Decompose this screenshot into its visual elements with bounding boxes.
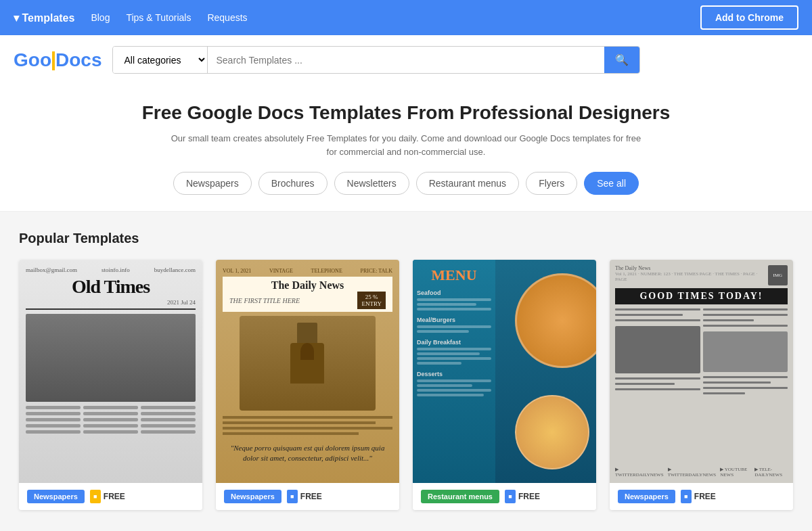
card2-newspaper-title: The Daily News <box>229 279 386 292</box>
template-thumb-2: VOL 1, 2021 VINTAGE TELEPHONE PRICE: TAL… <box>216 260 399 483</box>
template-thumb-3: MENU Seafood Meal/Burgers Daily Breakfas… <box>413 260 596 483</box>
template-card-1[interactable]: mailbox@gmail.com stoinfo.info buydellan… <box>19 260 202 510</box>
template-thumb-1: mailbox@gmail.com stoinfo.info buydellan… <box>19 260 202 483</box>
navbar: ▾ Templates Blog Tips & Tutorials Reques… <box>0 0 812 35</box>
site-header: GooDocs All categories 🔍 <box>0 35 812 80</box>
logo-cursor-icon <box>52 51 55 70</box>
card1-newspaper-title: Old Times <box>26 276 196 298</box>
logo[interactable]: GooDocs <box>14 49 102 71</box>
free-badge-4: ■ FREE <box>681 490 716 503</box>
search-input[interactable] <box>208 47 604 73</box>
add-to-chrome-button[interactable]: Add to Chrome <box>700 5 798 30</box>
category-pills: Newspapers Brochures Newsletters Restaur… <box>14 172 798 195</box>
pill-newspapers[interactable]: Newspapers <box>173 172 252 195</box>
pill-restaurant-menus[interactable]: Restaurant menus <box>416 172 519 195</box>
hero-subtitle: Our small team creates absolutely Free T… <box>169 132 643 158</box>
main-section: Popular Templates mailbox@gmail.com stoi… <box>0 212 812 529</box>
category-badge-2[interactable]: Newspapers <box>224 490 281 503</box>
card3-preview: MENU Seafood Meal/Burgers Daily Breakfas… <box>413 260 596 483</box>
free-badge-1: ■ FREE <box>90 490 125 503</box>
category-badge-1[interactable]: Newspapers <box>27 490 85 503</box>
card4-header: The Daily News Vol 1, 2021 · NUMBER: 123… <box>615 265 788 285</box>
section-title: Popular Templates <box>19 231 793 246</box>
nav-link-requests[interactable]: Requests <box>207 12 247 23</box>
hero-section: Free Google Docs Templates From Professi… <box>0 80 812 212</box>
navbar-right: Add to Chrome <box>700 5 798 30</box>
template-footer-4: Newspapers ■ FREE <box>610 483 793 510</box>
card3-right <box>495 260 596 483</box>
nav-link-blog[interactable]: Blog <box>91 12 110 23</box>
template-footer-2: Newspapers ■ FREE <box>216 483 399 510</box>
pill-brochures[interactable]: Brochures <box>258 172 328 195</box>
hero-title: Free Google Docs Templates From Professi… <box>14 102 798 124</box>
docs-icon-3: ■ <box>505 490 516 503</box>
card2-preview: VOL 1, 2021 VINTAGE TELEPHONE PRICE: TAL… <box>216 260 399 483</box>
logo-docs: Docs <box>55 49 102 70</box>
card3-food-top <box>515 273 596 368</box>
navbar-left: ▾ Templates Blog Tips & Tutorials Reques… <box>14 11 248 24</box>
card4-img-1 <box>615 326 700 373</box>
card3-menu-title: MENU <box>417 267 491 284</box>
pill-newsletters[interactable]: Newsletters <box>334 172 409 195</box>
template-footer-3: Restaurant menus ■ FREE <box>413 483 596 510</box>
template-footer-1: Newspapers ■ FREE <box>19 483 202 510</box>
template-card-3[interactable]: MENU Seafood Meal/Burgers Daily Breakfas… <box>413 260 596 510</box>
card4-preview: The Daily News Vol 1, 2021 · NUMBER: 123… <box>610 260 793 483</box>
nav-link-tips[interactable]: Tips & Tutorials <box>126 12 191 23</box>
logo-goo: Goo <box>14 49 51 70</box>
card1-preview: mailbox@gmail.com stoinfo.info buydellan… <box>19 260 202 483</box>
docs-icon-2: ■ <box>287 490 298 503</box>
docs-icon-4: ■ <box>681 490 692 503</box>
template-thumb-4: The Daily News Vol 1, 2021 · NUMBER: 123… <box>610 260 793 483</box>
template-card-4[interactable]: The Daily News Vol 1, 2021 · NUMBER: 123… <box>610 260 793 510</box>
category-badge-3[interactable]: Restaurant menus <box>421 490 499 503</box>
card3-left: MENU Seafood Meal/Burgers Daily Breakfas… <box>413 260 495 483</box>
card1-date: mailbox@gmail.com stoinfo.info buydellan… <box>26 267 196 273</box>
free-badge-2: ■ FREE <box>287 490 322 503</box>
pill-flyers[interactable]: Flyers <box>526 172 577 195</box>
card4-img-2 <box>703 331 788 372</box>
templates-grid: mailbox@gmail.com stoinfo.info buydellan… <box>19 260 793 510</box>
card2-title-box: The Daily News THE FIRST TITLE HERE 25 %… <box>223 277 392 312</box>
nav-brand[interactable]: ▾ Templates <box>14 11 74 24</box>
card4-banner: GOOD TIMES TODAY! <box>615 288 788 304</box>
search-button[interactable]: 🔍 <box>604 47 639 73</box>
category-badge-4[interactable]: Newspapers <box>618 490 675 503</box>
card1-header: mailbox@gmail.com stoinfo.info buydellan… <box>26 267 196 310</box>
search-bar: All categories 🔍 <box>112 46 640 74</box>
template-card-2[interactable]: VOL 1, 2021 VINTAGE TELEPHONE PRICE: TAL… <box>216 260 399 510</box>
card2-illustration <box>240 316 376 411</box>
card3-food-bottom <box>515 395 589 469</box>
card2-quote: "Neque porro quisquam est qui dolorem ip… <box>223 443 392 464</box>
docs-icon-1: ■ <box>90 490 101 503</box>
category-select[interactable]: All categories <box>113 47 208 73</box>
card4-cols <box>615 308 788 463</box>
pill-see-all[interactable]: See all <box>584 172 639 195</box>
free-badge-3: ■ FREE <box>505 490 540 503</box>
